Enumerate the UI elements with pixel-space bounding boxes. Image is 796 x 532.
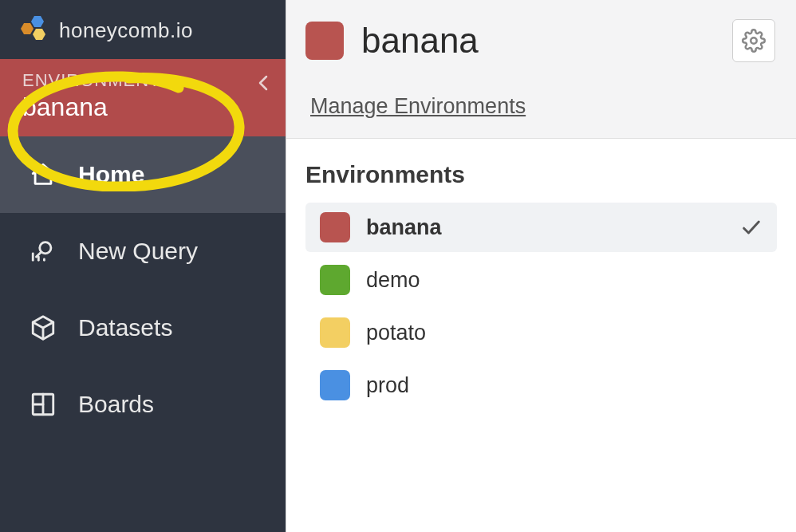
environments-section: Environments banana demo potato prod xyxy=(286,139,796,410)
sidebar-nav: Home New Query xyxy=(0,136,286,443)
brand-name: honeycomb.io xyxy=(59,18,193,43)
environment-list: banana demo potato prod xyxy=(305,203,777,410)
settings-button[interactable] xyxy=(732,19,775,62)
header-top-row: banana xyxy=(305,19,775,62)
environment-row-label: demo xyxy=(366,268,763,293)
sidebar: honeycomb.io ENVIRONMENT banana Home xyxy=(0,0,286,532)
environment-row-prod[interactable]: prod xyxy=(305,361,777,410)
check-icon xyxy=(740,216,763,238)
svg-marker-1 xyxy=(21,23,33,34)
environment-row-demo[interactable]: demo xyxy=(305,255,777,305)
gear-icon xyxy=(742,29,766,53)
environment-color-swatch xyxy=(320,212,350,242)
query-icon xyxy=(29,237,57,266)
environment-row-label: potato xyxy=(366,321,763,345)
environment-color-swatch xyxy=(320,370,350,400)
main-header: banana Manage Environments xyxy=(286,0,796,139)
svg-marker-0 xyxy=(31,16,44,27)
honeycomb-logo-icon xyxy=(19,16,53,45)
environment-color-swatch xyxy=(320,317,350,348)
sidebar-item-datasets[interactable]: Datasets xyxy=(0,290,286,366)
environment-label: ENVIRONMENT xyxy=(22,70,266,91)
svg-point-12 xyxy=(751,37,757,44)
boards-icon xyxy=(29,390,57,419)
svg-marker-2 xyxy=(33,29,45,40)
environment-row-banana[interactable]: banana xyxy=(305,203,777,252)
environment-selector[interactable]: ENVIRONMENT banana xyxy=(0,59,286,136)
current-environment-name: banana xyxy=(22,93,266,122)
sidebar-item-boards[interactable]: Boards xyxy=(0,366,286,443)
environment-row-label: banana xyxy=(366,215,724,240)
cube-icon xyxy=(29,313,57,342)
header-title-group: banana xyxy=(305,21,479,61)
environment-color-swatch xyxy=(320,265,350,295)
sidebar-item-label: New Query xyxy=(78,238,198,265)
sidebar-item-label: Datasets xyxy=(78,314,172,341)
manage-environments-link[interactable]: Manage Environments xyxy=(305,94,526,119)
environment-color-swatch xyxy=(305,22,344,60)
sidebar-item-home[interactable]: Home xyxy=(0,136,286,213)
section-title-environments: Environments xyxy=(305,161,777,188)
main-panel: banana Manage Environments Environments … xyxy=(286,0,796,532)
sidebar-item-label: Home xyxy=(78,161,144,188)
collapse-chevron-icon[interactable] xyxy=(257,73,270,93)
environment-row-potato[interactable]: potato xyxy=(305,308,777,357)
sidebar-item-label: Boards xyxy=(78,391,154,418)
environment-row-label: prod xyxy=(366,373,763,398)
page-title: banana xyxy=(361,21,479,61)
home-icon xyxy=(29,160,57,189)
brand-logo[interactable]: honeycomb.io xyxy=(0,0,286,59)
sidebar-item-new-query[interactable]: New Query xyxy=(0,213,286,290)
